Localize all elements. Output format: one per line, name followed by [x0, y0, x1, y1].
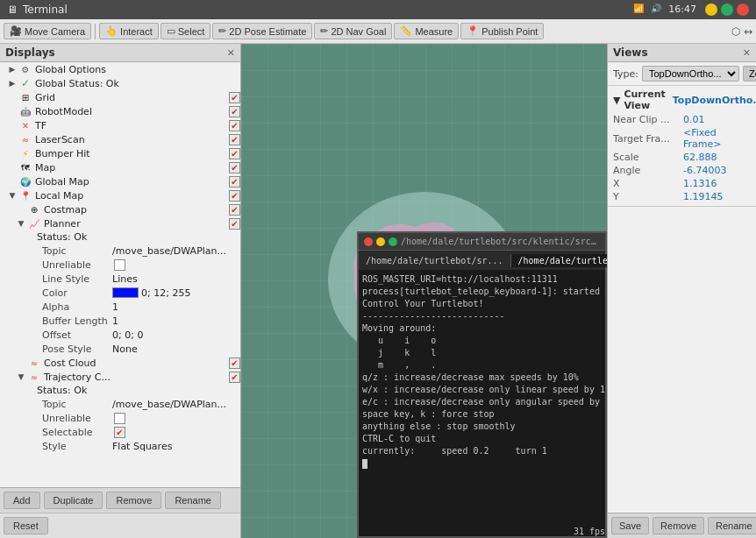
prop-offset: Offset 0; 0; 0	[0, 328, 240, 342]
tree-item-global-options[interactable]: ▶ ⚙ Global Options	[0, 62, 240, 76]
remove-button[interactable]: Remove	[106, 492, 161, 509]
terminal-tab-2[interactable]: /home/dale/turtlebot/sr...	[511, 254, 607, 267]
2d-nav-button[interactable]: ✏ 2D Nav Goal	[314, 23, 392, 39]
term-line-9: j k l	[362, 347, 602, 359]
tree-item-tf[interactable]: ▶ ✕ TF ✔	[0, 118, 240, 132]
targetframe-value: <Fixed Frame>	[683, 127, 751, 150]
y-value: 1.19145	[683, 191, 751, 202]
cursor-icon	[362, 459, 367, 469]
tree-item-robotmodel[interactable]: ▶ 🤖 RobotModel ✔	[0, 104, 240, 118]
tree-item-trajectory[interactable]: ▼ ≈ Trajectory C... ✔	[0, 370, 240, 384]
trajectory-label: Trajectory C...	[42, 372, 227, 383]
prop-color: Color 0; 12; 255	[0, 286, 240, 300]
tree-item-grid[interactable]: ▶ ⊞ Grid ✔	[0, 90, 240, 104]
views-type-select[interactable]: TopDownOrtho...	[642, 66, 739, 81]
tree-item-cost-cloud[interactable]: ▶ ≈ Cost Cloud ✔	[0, 356, 240, 370]
terminal-tab-1[interactable]: /home/dale/turtlebot/sr...	[359, 254, 511, 267]
prop-label-buffer: Buffer Length	[42, 315, 112, 327]
tf-checkbox[interactable]: ✔	[229, 120, 240, 131]
terminal-maximize-button[interactable]	[389, 237, 397, 246]
planner-checkbox[interactable]: ✔	[229, 218, 240, 230]
tree-item-bumper[interactable]: ▶ ⚡ Bumper Hit ✔	[0, 146, 240, 160]
terminal-window: /home/dale/turtlebot/src/klentic/src/tur…	[357, 231, 607, 538]
costmap-checkbox[interactable]: ✔	[229, 204, 240, 216]
prop-posestyle: Pose Style None	[0, 342, 240, 356]
tree-item-map[interactable]: ▶ 🗺 Map ✔	[0, 160, 240, 174]
tree-item-costmap[interactable]: ▶ ⊕ Costmap ✔	[0, 202, 240, 216]
measure-button[interactable]: 📏 Measure	[394, 23, 459, 39]
title-bar-icon: 🖥	[7, 4, 18, 16]
views-section-header: ▼ Current View TopDownOrtho...	[613, 88, 751, 111]
displays-close[interactable]: ✕	[227, 47, 235, 59]
scale-value: 62.888	[683, 152, 751, 163]
nearclip-value: 0.01	[683, 114, 751, 125]
duplicate-button[interactable]: Duplicate	[44, 492, 103, 509]
local-map-checkbox[interactable]: ✔	[229, 190, 240, 202]
global-map-checkbox[interactable]: ✔	[229, 176, 240, 188]
title-bar: 🖥 Terminal 📶 🔊 16:47	[0, 0, 756, 19]
tree-item-local-map[interactable]: ▼ 📍 Local Map ✔	[0, 188, 240, 202]
views-remove-button[interactable]: Remove	[653, 517, 704, 534]
status-ok-icon: ✓	[19, 77, 32, 89]
term-line-5: Control Your Turtlebot!	[362, 298, 602, 310]
prop-label-alpha: Alpha	[42, 301, 112, 313]
laserscan-checkbox[interactable]: ✔	[229, 134, 240, 145]
reset-button[interactable]: Reset	[4, 517, 48, 534]
grid-checkbox[interactable]: ✔	[229, 92, 240, 103]
trajectory-checkbox[interactable]: ✔	[229, 372, 240, 383]
terminal-content: ROS_MASTER_URI=http://localhost:11311 pr…	[359, 270, 605, 536]
nav-icon: ✏	[320, 25, 328, 37]
views-rename-button[interactable]: Rename	[708, 517, 756, 534]
tree-item-laserscan[interactable]: ▶ ≈ LaserScan ✔	[0, 132, 240, 146]
selectable-checkbox[interactable]: ✔	[114, 427, 125, 438]
rename-button[interactable]: Rename	[165, 492, 221, 509]
term-line-18: CTRL-C to quit	[362, 433, 602, 445]
planner-status-label: Status: Ok	[35, 231, 240, 243]
displays-tree: ▶ ⚙ Global Options ▶ ✓ Global Status: Ok…	[0, 62, 240, 487]
term-line-12: q/z : increase/decrease max speeds by 10…	[362, 372, 602, 384]
maximize-button[interactable]	[721, 4, 733, 16]
close-button[interactable]	[737, 4, 749, 16]
costmap-label: Costmap	[42, 204, 227, 216]
views-close[interactable]: ✕	[743, 47, 751, 59]
term-cursor-line	[362, 457, 602, 470]
tree-item-global-map[interactable]: ▶ 🌍 Global Map ✔	[0, 174, 240, 188]
title-bar-controls: 📶 🔊 16:47	[633, 4, 749, 16]
term-line-20: currently: speed 0.2 turn 1	[362, 445, 602, 457]
terminal-close-button[interactable]	[364, 237, 373, 246]
2d-pose-button[interactable]: ✏ 2D Pose Estimate	[212, 23, 312, 39]
viewport: /home/dale/turtlebot/src/klentic/src/tur…	[241, 44, 607, 538]
term-line-1: ROS_MASTER_URI=http://localhost:11311	[362, 273, 602, 286]
measure-icon: 📏	[400, 25, 412, 37]
tree-item-global-status[interactable]: ▶ ✓ Global Status: Ok	[0, 76, 240, 90]
tree-item-planner[interactable]: ▼ 📈 Planner ✔	[0, 216, 240, 230]
interact-button[interactable]: 👆 Interact	[99, 23, 159, 39]
publish-button[interactable]: 📍 Publish Point	[460, 23, 544, 39]
robotmodel-label: RobotModel	[33, 106, 227, 117]
views-prop-scale: Scale 62.888	[613, 151, 751, 164]
select-button[interactable]: ▭ Select	[160, 23, 211, 39]
minimize-button[interactable]	[705, 4, 717, 16]
views-prop-y: Y 1.19145	[613, 190, 751, 203]
prop-label-posestyle: Pose Style	[42, 343, 112, 355]
terminal-minimize-button[interactable]	[376, 237, 385, 246]
color-swatch[interactable]	[112, 287, 139, 298]
traj-unreliable-checkbox[interactable]	[114, 413, 125, 424]
global-map-label: Global Map	[33, 176, 227, 188]
bumper-label: Bumper Hit	[33, 148, 227, 159]
prop-value-style: Flat Squares	[112, 441, 239, 452]
prop-value-posestyle: None	[112, 343, 239, 355]
robotmodel-checkbox[interactable]: ✔	[229, 106, 240, 117]
views-save-button[interactable]: Save	[611, 517, 649, 534]
unreliable-checkbox[interactable]	[114, 259, 125, 271]
views-zero-button[interactable]: Zero	[743, 66, 756, 81]
terminal-titlebar: /home/dale/turtlebot/src/klentic/src/tur…	[359, 233, 605, 251]
map-checkbox[interactable]: ✔	[229, 162, 240, 173]
add-button[interactable]: Add	[4, 492, 40, 509]
cost-cloud-checkbox[interactable]: ✔	[229, 357, 240, 369]
bumper-checkbox[interactable]: ✔	[229, 148, 240, 159]
trajectory-icon: ≈	[28, 371, 40, 383]
views-prop-x: X 1.1316	[613, 177, 751, 190]
move-camera-button[interactable]: 🎥 Move Camera	[4, 23, 91, 39]
term-line-13: w/x : increase/decrease only linear spee…	[362, 384, 602, 396]
